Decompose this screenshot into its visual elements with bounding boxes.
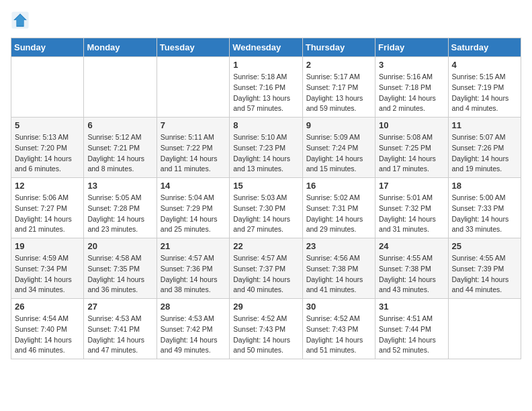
day-info: Sunrise: 4:56 AM Sunset: 7:38 PM Dayligh…	[306, 253, 371, 295]
calendar-cell: 4Sunrise: 5:15 AM Sunset: 7:19 PM Daylig…	[448, 57, 521, 118]
day-number: 3	[379, 60, 444, 70]
day-number: 23	[306, 241, 371, 251]
calendar-cell: 18Sunrise: 5:00 AM Sunset: 7:33 PM Dayli…	[448, 178, 521, 238]
calendar-cell: 19Sunrise: 4:59 AM Sunset: 7:34 PM Dayli…	[11, 238, 84, 299]
day-number: 1	[233, 60, 298, 70]
calendar-cell: 10Sunrise: 5:08 AM Sunset: 7:25 PM Dayli…	[375, 118, 448, 178]
day-number: 13	[87, 181, 152, 191]
calendar-cell: 17Sunrise: 5:01 AM Sunset: 7:32 PM Dayli…	[375, 178, 448, 238]
day-info: Sunrise: 4:55 AM Sunset: 7:39 PM Dayligh…	[452, 253, 517, 295]
day-number: 4	[452, 60, 517, 70]
day-info: Sunrise: 5:00 AM Sunset: 7:33 PM Dayligh…	[452, 193, 517, 235]
calendar-cell: 15Sunrise: 5:03 AM Sunset: 7:30 PM Dayli…	[230, 178, 302, 238]
calendar-week: 12Sunrise: 5:06 AM Sunset: 7:27 PM Dayli…	[11, 178, 521, 238]
calendar-cell: 24Sunrise: 4:55 AM Sunset: 7:38 PM Dayli…	[375, 238, 448, 299]
calendar-cell: 23Sunrise: 4:56 AM Sunset: 7:38 PM Dayli…	[302, 238, 375, 299]
page-header	[11, 11, 521, 30]
day-info: Sunrise: 5:06 AM Sunset: 7:27 PM Dayligh…	[15, 193, 80, 235]
day-number: 15	[233, 181, 298, 191]
day-info: Sunrise: 5:17 AM Sunset: 7:17 PM Dayligh…	[306, 72, 371, 114]
day-info: Sunrise: 4:52 AM Sunset: 7:43 PM Dayligh…	[306, 314, 371, 356]
day-number: 10	[379, 120, 444, 130]
calendar-cell	[84, 57, 157, 118]
calendar-cell: 26Sunrise: 4:54 AM Sunset: 7:40 PM Dayli…	[11, 299, 84, 359]
calendar-cell: 20Sunrise: 4:58 AM Sunset: 7:35 PM Dayli…	[84, 238, 157, 299]
day-info: Sunrise: 5:10 AM Sunset: 7:23 PM Dayligh…	[233, 132, 298, 175]
calendar-cell: 28Sunrise: 4:53 AM Sunset: 7:42 PM Dayli…	[157, 299, 229, 359]
calendar-cell: 31Sunrise: 4:51 AM Sunset: 7:44 PM Dayli…	[375, 299, 448, 359]
day-info: Sunrise: 5:07 AM Sunset: 7:26 PM Dayligh…	[452, 132, 517, 175]
day-info: Sunrise: 4:58 AM Sunset: 7:35 PM Dayligh…	[87, 253, 152, 295]
day-number: 27	[87, 302, 152, 312]
calendar-cell: 1Sunrise: 5:18 AM Sunset: 7:16 PM Daylig…	[230, 57, 302, 118]
calendar-week: 5Sunrise: 5:13 AM Sunset: 7:20 PM Daylig…	[11, 118, 521, 178]
calendar-week: 26Sunrise: 4:54 AM Sunset: 7:40 PM Dayli…	[11, 299, 521, 359]
calendar-cell: 7Sunrise: 5:11 AM Sunset: 7:22 PM Daylig…	[157, 118, 229, 178]
calendar-cell: 6Sunrise: 5:12 AM Sunset: 7:21 PM Daylig…	[84, 118, 157, 178]
day-info: Sunrise: 5:18 AM Sunset: 7:16 PM Dayligh…	[233, 72, 298, 114]
day-number: 28	[161, 302, 226, 312]
day-number: 25	[452, 241, 517, 251]
logo-icon	[11, 11, 30, 30]
calendar-week: 19Sunrise: 4:59 AM Sunset: 7:34 PM Dayli…	[11, 238, 521, 299]
calendar-cell: 22Sunrise: 4:57 AM Sunset: 7:37 PM Dayli…	[230, 238, 302, 299]
logo	[11, 11, 32, 30]
day-number: 19	[15, 241, 80, 251]
day-info: Sunrise: 5:01 AM Sunset: 7:32 PM Dayligh…	[379, 193, 444, 235]
day-info: Sunrise: 5:08 AM Sunset: 7:25 PM Dayligh…	[379, 132, 444, 175]
day-info: Sunrise: 5:02 AM Sunset: 7:31 PM Dayligh…	[306, 193, 371, 235]
day-info: Sunrise: 5:13 AM Sunset: 7:20 PM Dayligh…	[15, 132, 80, 175]
calendar-cell: 2Sunrise: 5:17 AM Sunset: 7:17 PM Daylig…	[302, 57, 375, 118]
calendar-cell: 9Sunrise: 5:09 AM Sunset: 7:24 PM Daylig…	[302, 118, 375, 178]
calendar-cell	[11, 57, 84, 118]
day-number: 21	[161, 241, 226, 251]
day-info: Sunrise: 4:53 AM Sunset: 7:41 PM Dayligh…	[87, 314, 152, 356]
day-number: 14	[161, 181, 226, 191]
day-header: Saturday	[448, 38, 521, 57]
day-number: 12	[15, 181, 80, 191]
day-info: Sunrise: 5:04 AM Sunset: 7:29 PM Dayligh…	[161, 193, 226, 235]
day-info: Sunrise: 4:53 AM Sunset: 7:42 PM Dayligh…	[161, 314, 226, 356]
calendar-week: 1Sunrise: 5:18 AM Sunset: 7:16 PM Daylig…	[11, 57, 521, 118]
day-info: Sunrise: 4:54 AM Sunset: 7:40 PM Dayligh…	[15, 314, 80, 356]
calendar-cell: 16Sunrise: 5:02 AM Sunset: 7:31 PM Dayli…	[302, 178, 375, 238]
calendar-cell: 14Sunrise: 5:04 AM Sunset: 7:29 PM Dayli…	[157, 178, 229, 238]
calendar-cell: 13Sunrise: 5:05 AM Sunset: 7:28 PM Dayli…	[84, 178, 157, 238]
day-header: Thursday	[302, 38, 375, 57]
calendar-cell	[448, 299, 521, 359]
day-info: Sunrise: 4:57 AM Sunset: 7:37 PM Dayligh…	[233, 253, 298, 295]
day-number: 7	[161, 120, 226, 130]
calendar-cell: 25Sunrise: 4:55 AM Sunset: 7:39 PM Dayli…	[448, 238, 521, 299]
day-header: Sunday	[11, 38, 84, 57]
day-number: 2	[306, 60, 371, 70]
day-info: Sunrise: 4:52 AM Sunset: 7:43 PM Dayligh…	[233, 314, 298, 356]
calendar-cell	[157, 57, 229, 118]
calendar-header: SundayMondayTuesdayWednesdayThursdayFrid…	[11, 38, 521, 57]
day-info: Sunrise: 5:11 AM Sunset: 7:22 PM Dayligh…	[161, 132, 226, 175]
calendar-cell: 27Sunrise: 4:53 AM Sunset: 7:41 PM Dayli…	[84, 299, 157, 359]
day-info: Sunrise: 4:57 AM Sunset: 7:36 PM Dayligh…	[161, 253, 226, 295]
calendar-cell: 29Sunrise: 4:52 AM Sunset: 7:43 PM Dayli…	[230, 299, 302, 359]
day-info: Sunrise: 5:12 AM Sunset: 7:21 PM Dayligh…	[87, 132, 152, 175]
day-number: 11	[452, 120, 517, 130]
day-info: Sunrise: 5:09 AM Sunset: 7:24 PM Dayligh…	[306, 132, 371, 175]
day-header: Monday	[84, 38, 157, 57]
day-number: 31	[379, 302, 444, 312]
day-info: Sunrise: 4:59 AM Sunset: 7:34 PM Dayligh…	[15, 253, 80, 295]
day-header: Friday	[375, 38, 448, 57]
calendar-cell: 12Sunrise: 5:06 AM Sunset: 7:27 PM Dayli…	[11, 178, 84, 238]
calendar-cell: 11Sunrise: 5:07 AM Sunset: 7:26 PM Dayli…	[448, 118, 521, 178]
day-number: 16	[306, 181, 371, 191]
day-header: Wednesday	[230, 38, 302, 57]
header-row: SundayMondayTuesdayWednesdayThursdayFrid…	[11, 38, 521, 57]
day-header: Tuesday	[157, 38, 229, 57]
calendar-cell: 21Sunrise: 4:57 AM Sunset: 7:36 PM Dayli…	[157, 238, 229, 299]
day-number: 26	[15, 302, 80, 312]
day-info: Sunrise: 4:51 AM Sunset: 7:44 PM Dayligh…	[379, 314, 444, 356]
day-number: 8	[233, 120, 298, 130]
calendar-table: SundayMondayTuesdayWednesdayThursdayFrid…	[11, 38, 521, 359]
day-number: 17	[379, 181, 444, 191]
calendar-cell: 3Sunrise: 5:16 AM Sunset: 7:18 PM Daylig…	[375, 57, 448, 118]
day-info: Sunrise: 5:03 AM Sunset: 7:30 PM Dayligh…	[233, 193, 298, 235]
day-number: 9	[306, 120, 371, 130]
